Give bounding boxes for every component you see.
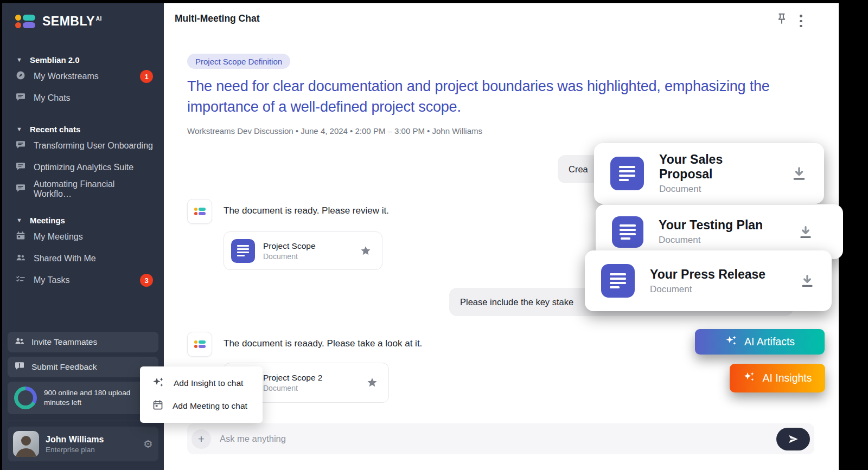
- sidebar-item-recent-chat-3[interactable]: Automating Financial Workflo…: [2, 178, 164, 200]
- ai-artifacts-button[interactable]: AI Artifacts: [695, 329, 825, 355]
- submit-feedback-label: Submit Feedback: [31, 362, 97, 372]
- menu-item-label: Add Insight to chat: [174, 378, 243, 388]
- document-type: Document: [263, 384, 322, 392]
- calendar-icon: [15, 230, 26, 243]
- download-icon[interactable]: [790, 165, 808, 182]
- sidebar-group-label: Semblian 2.0: [30, 55, 80, 65]
- ai-artifacts-label: AI Artifacts: [744, 336, 795, 348]
- sidebar-divider: [9, 421, 157, 421]
- chevron-down-icon: ▼: [16, 56, 22, 63]
- sidebar-item-my-tasks[interactable]: My Tasks 3: [2, 269, 164, 291]
- artifact-type: Document: [650, 284, 765, 295]
- chevron-down-icon: ▼: [16, 126, 22, 132]
- artifact-title: Your Sales Proposal: [659, 152, 775, 182]
- sidebar-item-my-chats[interactable]: My Chats: [2, 87, 164, 109]
- people-icon: [15, 252, 26, 265]
- meeting-meta: Workstreams Dev Discussion • June 4, 202…: [187, 126, 482, 136]
- star-icon[interactable]: [359, 244, 372, 257]
- artifact-card-sales-proposal[interactable]: Your Sales Proposal Document: [594, 143, 824, 204]
- bot-avatar: [187, 199, 212, 224]
- page-title: Multi-Meeting Chat: [175, 13, 260, 24]
- sidebar-item-label: My Chats: [34, 93, 71, 103]
- feedback-icon: [14, 360, 25, 374]
- invite-teammates-button[interactable]: Invite Teammates: [8, 332, 158, 352]
- sidebar-item-label: My Meetings: [34, 232, 83, 242]
- pin-icon[interactable]: [775, 12, 789, 28]
- send-icon: [787, 433, 799, 445]
- bot-avatar: [187, 332, 212, 357]
- artifact-type: Document: [659, 235, 763, 246]
- tasks-icon: [15, 274, 26, 287]
- kebab-menu-icon[interactable]: [796, 12, 806, 30]
- sidebar-item-my-meetings[interactable]: My Meetings: [2, 226, 164, 248]
- chat-icon: [15, 92, 26, 105]
- user-name: John Williams: [46, 435, 104, 445]
- tasks-badge: 3: [140, 274, 153, 287]
- sidebar-group-semblian[interactable]: ▼ Semblian 2.0: [2, 54, 164, 66]
- download-icon[interactable]: [797, 224, 814, 240]
- chat-icon: [15, 183, 26, 196]
- menu-item-add-meeting[interactable]: Add Meeting to chat: [140, 395, 263, 417]
- invite-teammates-label: Invite Teammates: [31, 337, 97, 347]
- sidebar-group-label: Meetings: [30, 216, 65, 225]
- app-logo[interactable]: SEMBLYAI: [2, 3, 164, 29]
- artifact-type: Document: [659, 184, 775, 195]
- minutes-left-card: 900 online and 180 upload minutes left: [8, 382, 158, 414]
- submit-feedback-button[interactable]: Submit Feedback: [8, 357, 158, 377]
- menu-item-add-insight[interactable]: Add Insight to chat: [140, 372, 263, 395]
- sidebar-group-label: Recent chats: [30, 125, 80, 134]
- plus-icon[interactable]: +: [192, 429, 211, 449]
- people-icon: [14, 336, 25, 349]
- sparkle-icon: [743, 370, 756, 386]
- topic-tag: Project Scope Definition: [187, 54, 290, 69]
- user-plan: Enterprise plan: [46, 446, 104, 454]
- sparkle-icon: [152, 376, 165, 391]
- download-icon[interactable]: [799, 273, 815, 289]
- calendar-icon: [152, 399, 164, 413]
- ai-insights-button[interactable]: AI Insights: [730, 364, 825, 392]
- star-icon[interactable]: [366, 376, 379, 389]
- artifact-title: Your Press Release: [650, 267, 765, 282]
- chat-icon: [15, 161, 26, 174]
- gear-icon[interactable]: ⚙: [143, 439, 153, 449]
- sparkle-icon: [725, 334, 738, 350]
- document-icon: [601, 264, 635, 298]
- summary-heading: The need for clear documentation and pro…: [187, 76, 795, 117]
- sidebar-item-shared-with-me[interactable]: Shared With Me: [2, 248, 164, 269]
- document-icon: [231, 239, 255, 263]
- user-profile-card[interactable]: John Williams Enterprise plan ⚙: [8, 427, 158, 461]
- sidebar-item-my-workstreams[interactable]: My Workstreams 1: [2, 66, 164, 87]
- sidebar-item-label: Optimizing Analytics Suite: [34, 163, 133, 172]
- bot-message: The document is reaady. Please take a lo…: [224, 338, 422, 349]
- sidebar-item-label: Automating Financial Workflo…: [34, 179, 153, 199]
- chevron-down-icon: ▼: [16, 217, 22, 223]
- sembly-logo-icon: [15, 15, 35, 28]
- document-icon: [612, 216, 643, 248]
- document-type: Document: [263, 252, 316, 261]
- chat-input[interactable]: [211, 434, 776, 444]
- sidebar-item-recent-chat-1[interactable]: Transforming User Onboarding: [2, 135, 164, 157]
- sidebar-group-recent-chats[interactable]: ▼ Recent chats: [2, 123, 164, 135]
- artifact-card-press-release[interactable]: Your Press Release Document: [585, 250, 832, 311]
- screenshot-stage: SEMBLYAI ▼ Semblian 2.0 My Workstreams 1…: [0, 0, 868, 470]
- send-button[interactable]: [776, 428, 810, 450]
- sidebar-item-label: My Tasks: [34, 275, 69, 285]
- document-icon: [610, 157, 644, 190]
- sembly-logo-icon: [194, 208, 206, 215]
- workstreams-badge: 1: [140, 70, 153, 83]
- document-title: Project Scope: [263, 241, 316, 251]
- sidebar-group-meetings[interactable]: ▼ Meetings: [2, 214, 164, 226]
- minutes-left-text: 900 online and 180 upload minutes left: [44, 388, 152, 408]
- bot-message: The document is ready. Please review it.: [224, 205, 389, 216]
- context-menu: Add Insight to chat Add Meeting to chat: [140, 366, 263, 423]
- sembly-logo-icon: [194, 340, 206, 348]
- sidebar-item-label: Transforming User Onboarding: [34, 141, 153, 151]
- artifact-title: Your Testing Plan: [659, 218, 763, 233]
- chat-icon: [15, 139, 26, 152]
- menu-item-label: Add Meeting to chat: [173, 401, 247, 411]
- ai-insights-label: AI Insights: [762, 372, 812, 384]
- composer-bar: +: [187, 423, 814, 454]
- sidebar-item-recent-chat-2[interactable]: Optimizing Analytics Suite: [2, 157, 164, 178]
- document-card-project-scope[interactable]: Project Scope Document: [224, 231, 382, 270]
- avatar: [13, 431, 39, 457]
